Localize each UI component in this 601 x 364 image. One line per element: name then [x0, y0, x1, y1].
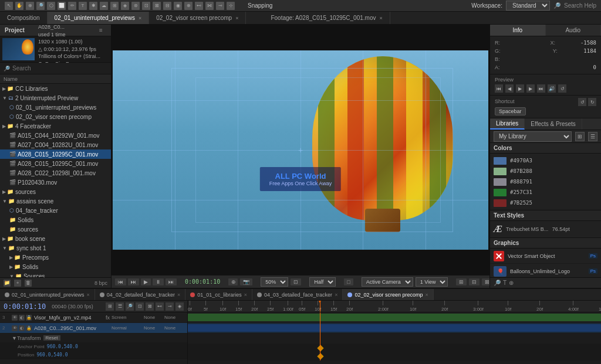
viewer-pause[interactable]: ⏸ — [153, 278, 164, 285]
tl-layer-3-eye[interactable]: 👁 — [12, 315, 18, 321]
viewer-play-back[interactable]: ⏮ — [115, 278, 126, 285]
tree-item-cc-libraries[interactable]: ▶ 📁 CC Libraries — [0, 84, 111, 93]
tree-item-a015[interactable]: 🎬 A015_C044_10292W_001.mov — [0, 131, 111, 140]
tool-icon-11[interactable]: ⊞ — [110, 2, 119, 10]
tl-ctrl-4[interactable]: ⊡ — [136, 302, 144, 311]
viewer-snapshot[interactable]: 📷 — [240, 278, 252, 285]
tl-ctrl-6[interactable]: ⊷ — [156, 302, 164, 311]
lib-add-icon[interactable]: ⊕ — [509, 280, 514, 286]
camera-select[interactable]: Active Camera — [362, 277, 413, 287]
tl-layer-2[interactable]: 2 👁 ◐ 🔒 A028_C0...295C_001.mov Normal No… — [0, 323, 187, 334]
tl-tab-01-close[interactable]: × — [87, 292, 90, 298]
tree-item-sources3[interactable]: ▼ 📁 Sources — [0, 271, 111, 277]
tl-tab-02[interactable]: 04_02_detailed_face_tracker × — [95, 289, 185, 300]
tl-tab-02-close[interactable]: × — [177, 292, 180, 298]
tree-item-a028c[interactable]: 🎬 A028_C022_10298I_001.mov — [0, 168, 111, 178]
viewer-step-forward[interactable]: ⏭ — [166, 278, 177, 285]
tl-ctrl-2[interactable]: ☰ — [116, 302, 124, 311]
tool-icon-5[interactable]: ⬡ — [47, 2, 55, 10]
viewer-grid-btn[interactable]: ⊞ — [456, 278, 467, 285]
tree-item-p102[interactable]: 🎬 P1020430.mov — [0, 178, 111, 187]
tree-item-solids2[interactable]: ▶ 📁 Solids — [0, 262, 111, 271]
tree-item-solids1[interactable]: 📁 Solids — [0, 215, 111, 224]
lib-search-icon[interactable]: 🔎 — [494, 280, 501, 286]
preview-play[interactable]: ▶ — [516, 84, 524, 93]
preview-audio[interactable]: 🔊 — [548, 84, 556, 93]
tree-item-facetracker[interactable]: ▶ 📁 4 Facetracker — [0, 121, 111, 131]
preview-loop[interactable]: ↺ — [558, 84, 566, 93]
tool-icon-18[interactable]: ⊕ — [184, 2, 193, 10]
preview-first[interactable]: ⏮ — [495, 84, 503, 93]
zoom-select[interactable]: 50% — [261, 277, 288, 287]
tab-composition[interactable]: Composition — [0, 12, 48, 24]
color-swatch-4[interactable]: #257C31 — [494, 188, 597, 197]
tab-audio[interactable]: Audio — [546, 25, 602, 36]
tl-ctrl-5[interactable]: ⊠ — [146, 302, 154, 311]
workspace-dropdown[interactable]: Standard — [506, 1, 550, 11]
shortcut-icon-1[interactable]: ↺ — [578, 98, 586, 106]
tool-icon-21[interactable]: ⊸ — [216, 2, 224, 10]
tool-icon-2[interactable]: ✋ — [15, 2, 23, 10]
tool-icon-13[interactable]: ⊛ — [131, 2, 140, 10]
tree-item-a027[interactable]: 🎬 A027_C004_10282U_001.mov — [0, 140, 111, 149]
tl-playhead-ruler[interactable] — [320, 301, 320, 312]
tool-icon-9[interactable]: ✱ — [89, 2, 97, 10]
tl-ctrl-3[interactable]: 🔎 — [126, 302, 134, 311]
tree-item-comp2[interactable]: ⬡ 02_02_visor screen precomp — [0, 112, 111, 121]
tree-item-uninterrupted[interactable]: ▼ 🗂 2 Uninterrupted Preview — [0, 93, 111, 103]
tl-tab-03[interactable]: 01_01_cc_libraries × — [185, 289, 252, 300]
graphic-item-2[interactable]: 🎈 Balloons_Unlimited_Logo Ps — [490, 264, 601, 277]
project-search-input[interactable] — [12, 65, 107, 72]
view-select[interactable]: 1 View — [416, 277, 448, 287]
tab-info[interactable]: Info — [490, 25, 546, 36]
tool-icon-3[interactable]: ⊕ — [26, 2, 34, 10]
fast-preview-btn[interactable]: □ — [344, 278, 353, 285]
tl-tab-03-close[interactable]: × — [244, 292, 247, 298]
tree-item-assains[interactable]: ▼ 📁 assains scene — [0, 196, 111, 206]
tool-icon-17[interactable]: ◉ — [174, 2, 182, 10]
viewer-ram-preview[interactable]: ⊕ — [228, 278, 238, 285]
viewer-play[interactable]: ▶ — [141, 278, 151, 285]
tool-icon-22[interactable]: ⊹ — [227, 2, 235, 10]
tool-icon-1[interactable]: ↖ — [5, 2, 13, 10]
tab-comp2-close[interactable]: × — [235, 15, 238, 21]
shortcut-icon-2[interactable]: ↻ — [588, 98, 596, 106]
viewer-safe-btn[interactable]: ⊟ — [469, 278, 480, 285]
tab-libraries[interactable]: Libraries — [490, 118, 525, 130]
tl-layer-2-lock[interactable]: 🔒 — [26, 325, 32, 331]
preview-back[interactable]: ◀ — [505, 84, 514, 93]
tool-icon-4[interactable]: 🔎 — [36, 2, 45, 10]
search-help-input[interactable]: Search Help — [564, 2, 596, 9]
graphic-item-1[interactable]: Vector Smart Object Ps — [490, 249, 601, 264]
tl-layer-2-eye[interactable]: 👁 — [12, 325, 18, 331]
tree-item-a028b[interactable]: 🎬 A028_C015_10295C_001.mov — [0, 159, 111, 168]
keyframe-anchor[interactable] — [317, 345, 323, 351]
keyframe-position[interactable] — [317, 353, 323, 359]
my-library-dropdown[interactable]: My Library — [494, 131, 572, 142]
tab-comp1-close[interactable]: × — [139, 15, 141, 21]
tab-effects[interactable]: Effects & Presets — [525, 118, 582, 130]
tree-item-sync[interactable]: ▼ 📁 sync shot 1 — [0, 243, 111, 253]
lib-settings-icon[interactable]: T — [503, 280, 507, 286]
tl-layer-3-solo[interactable]: ◐ — [19, 315, 25, 321]
tl-tab-04-close[interactable]: × — [335, 292, 337, 298]
tl-ctrl-7[interactable]: ⊸ — [166, 302, 174, 311]
lib-list-view-icon[interactable]: ☰ — [588, 132, 597, 141]
viewer-area[interactable]: + ALL PC World Free Apps One Click Away — [112, 25, 489, 275]
tool-icon-19[interactable]: ⊷ — [195, 2, 203, 10]
tree-item-sources2[interactable]: 📁 sources — [0, 224, 111, 234]
tl-track-2[interactable] — [188, 323, 601, 334]
tl-tab-04[interactable]: 04_03_detailed_face_tracker × — [252, 289, 343, 300]
text-style-item-1[interactable]: Æ Trebuchet MS B... 76.54pt — [494, 223, 597, 235]
tool-icon-7[interactable]: ✏ — [68, 2, 76, 10]
tool-icon-12[interactable]: ◈ — [121, 2, 129, 10]
tl-tab-05-close[interactable]: × — [425, 292, 428, 298]
tab-comp1[interactable]: 02_01_uninterrupted_previews × — [48, 12, 150, 24]
preview-forward[interactable]: ▶ — [526, 84, 535, 93]
delete-icon[interactable]: 🗑 — [25, 280, 32, 287]
lib-grid-view-icon[interactable]: ⊞ — [575, 132, 585, 141]
tl-reset-button[interactable]: Reset — [43, 335, 60, 341]
new-item-icon[interactable]: + — [14, 280, 21, 287]
tool-icon-14[interactable]: ⊡ — [142, 2, 150, 10]
tool-icon-6[interactable]: ⬜ — [58, 2, 66, 10]
